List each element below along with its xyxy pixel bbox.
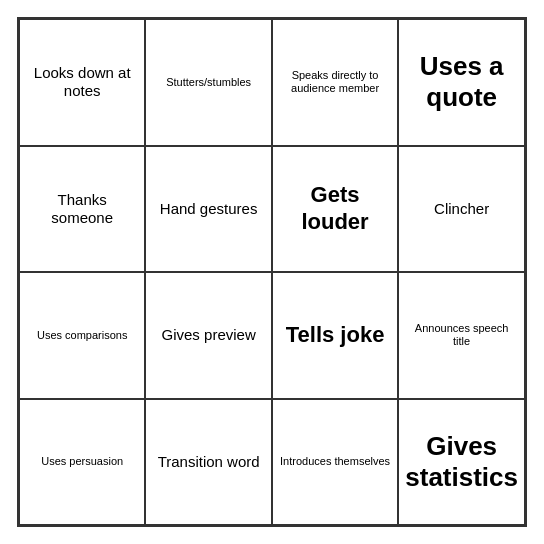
- cell-r3c0[interactable]: Uses persuasion: [19, 399, 145, 526]
- cell-r0c0[interactable]: Looks down at notes: [19, 19, 145, 146]
- cell-r1c1[interactable]: Hand gestures: [145, 146, 271, 273]
- cell-r0c1[interactable]: Stutters/stumbles: [145, 19, 271, 146]
- cell-r0c2[interactable]: Speaks directly to audience member: [272, 19, 398, 146]
- cell-r3c3[interactable]: Gives statistics: [398, 399, 525, 526]
- bingo-board: Looks down at notes Stutters/stumbles Sp…: [17, 17, 527, 527]
- cell-r2c1[interactable]: Gives preview: [145, 272, 271, 399]
- cell-r0c3[interactable]: Uses a quote: [398, 19, 525, 146]
- cell-r1c0[interactable]: Thanks someone: [19, 146, 145, 273]
- cell-r3c2[interactable]: Introduces themselves: [272, 399, 398, 526]
- cell-r1c2[interactable]: Gets louder: [272, 146, 398, 273]
- cell-r2c0[interactable]: Uses comparisons: [19, 272, 145, 399]
- cell-r2c3[interactable]: Announces speech title: [398, 272, 525, 399]
- cell-r2c2[interactable]: Tells joke: [272, 272, 398, 399]
- cell-r1c3[interactable]: Clincher: [398, 146, 525, 273]
- bingo-grid: Looks down at notes Stutters/stumbles Sp…: [19, 19, 525, 525]
- cell-r3c1[interactable]: Transition word: [145, 399, 271, 526]
